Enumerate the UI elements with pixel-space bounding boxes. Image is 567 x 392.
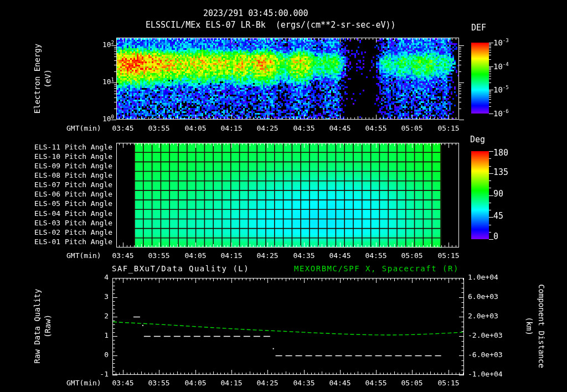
x-tick-label: 05:15 [430,125,467,132]
spectrogram-ylabel: Electron Energy [33,44,42,114]
x-tick-label: 04:35 [286,252,322,260]
def-cbar-tick-1: 10-4 [493,62,509,71]
energy-tick-1: 100 [89,115,114,123]
deg-cbar-tick-4: 0 [493,232,498,241]
x-tick-label: 04:25 [249,379,286,387]
def-cbar-tick-3: 10-6 [493,109,509,118]
colorbar-deg-title: Deg [470,135,485,145]
distance-tick: -1.0e+04 [468,370,503,378]
quality-ylabel-unit: (Raw) [43,314,52,338]
x-tick-label: 04:55 [358,125,394,132]
gmt-label-top: GMT(min) [66,125,101,132]
plot-page: 2023/291 03:45:00.000 ELSSCIL/MEx ELS-07… [0,0,567,392]
x-tick-label: 03:45 [105,379,141,387]
x-tick-label: 05:15 [430,252,467,260]
colorbar-def-title: DEF [471,23,486,33]
distance-ylabel-unit: (km) [525,317,534,336]
deg-cbar-tick-0: 180 [493,148,508,158]
x-tick-label: 04:55 [358,252,394,260]
quality-tick: -1 [83,370,109,378]
x-tick-label: 04:05 [177,379,214,387]
pitch-row-label: ELS-11 Pitch Angle [33,143,112,151]
quality-tick: 2 [83,312,109,320]
pitch-row-label: ELS-10 Pitch Angle [33,153,112,161]
pitch-row-label: ELS-08 Pitch Angle [33,172,112,179]
x-tick-label: 04:45 [322,379,358,387]
energy-tick-10: 101 [89,78,114,86]
x-tick-label: 04:35 [286,379,322,387]
page-title-date: 2023/291 03:45:00.000 [203,9,308,18]
quality-tick: 3 [83,293,109,301]
quality-tick: 1 [83,332,109,339]
x-tick-label: 04:15 [213,125,250,132]
pitch-row-label: ELS-07 Pitch Angle [33,181,112,189]
gmt-label-mid: GMT(min) [66,252,101,260]
gmt-label-bottom: GMT(min) [66,379,101,387]
energy-tick-100: 102 [89,40,114,49]
distance-tick: -2.0e+03 [468,332,503,339]
deg-cbar-tick-1: 135 [493,168,508,177]
page-title-instrument: ELSSCIL/MEx ELS-07 LR-Bk (ergs/(cm**2-sr… [146,20,396,30]
x-tick-label: 04:05 [177,252,214,260]
quality-tick: 4 [83,274,109,281]
x-tick-label: 05:15 [430,379,467,387]
def-cbar-tick-0: 10-3 [493,38,509,47]
quality-ylabel: Raw Data Quality [33,289,42,364]
x-tick-label: 04:35 [286,125,322,132]
distance-tick: 1.0e+04 [468,274,498,281]
x-tick-label: 05:05 [394,252,430,260]
pitch-row-label: ELS-04 Pitch Angle [33,210,112,218]
spectrogram-ylabel-unit: (eV) [43,69,52,88]
x-tick-label: 03:55 [141,125,177,132]
pitch-row-label: ELS-03 Pitch Angle [33,219,112,227]
pitch-row-label: ELS-09 Pitch Angle [33,162,112,170]
distance-tick: -6.0e+03 [468,351,503,359]
x-tick-label: 05:05 [394,379,430,387]
x-tick-label: 03:45 [105,125,141,132]
x-tick-label: 03:55 [141,252,177,260]
x-tick-label: 04:55 [358,379,394,387]
def-cbar-tick-2: 10-5 [493,85,509,94]
pitch-row-label: ELS-05 Pitch Angle [33,200,112,208]
line-panel-title-left: SAF_BXuT/Data Quality (L) [112,265,249,273]
x-tick-label: 04:45 [322,252,358,260]
distance-tick: 6.0e+03 [468,293,498,301]
quality-tick: 0 [83,351,109,359]
pitch-row-label: ELS-02 Pitch Angle [33,229,112,236]
x-tick-label: 03:45 [105,252,141,260]
pitch-row-label: ELS-06 Pitch Angle [33,190,112,198]
deg-cbar-tick-3: 45 [493,212,503,221]
x-tick-label: 04:25 [249,125,286,132]
x-tick-label: 04:15 [213,379,250,387]
x-tick-label: 05:05 [394,125,430,132]
x-tick-label: 04:45 [322,125,358,132]
pitch-row-label: ELS-01 Pitch Angle [33,238,112,246]
x-tick-label: 03:55 [141,379,177,387]
x-tick-label: 04:15 [213,252,250,260]
deg-cbar-tick-2: 90 [493,189,503,199]
distance-tick: 2.0e+03 [468,312,498,320]
x-tick-label: 04:25 [249,252,286,260]
distance-ylabel: Component Distance [537,284,546,368]
line-panel-title-right: MEXORBMC/SPF X, Spacecraft (R) [294,265,459,273]
x-tick-label: 04:05 [177,125,214,132]
